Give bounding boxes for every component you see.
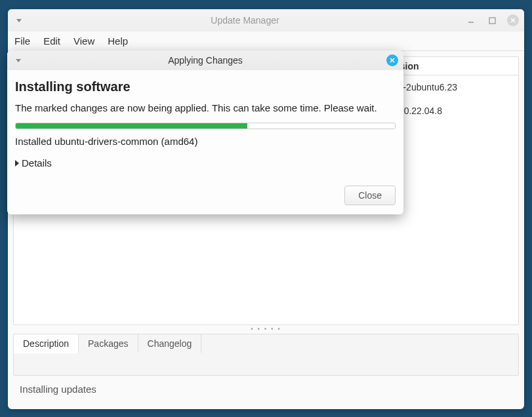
- window-menu-button[interactable]: [13, 14, 25, 26]
- dialog-titlebar: Applying Changes: [7, 50, 403, 70]
- dialog-footer: Close: [7, 186, 403, 214]
- close-button[interactable]: [507, 14, 519, 26]
- close-icon: [510, 17, 516, 24]
- close-button[interactable]: Close: [344, 186, 396, 205]
- progress-bar: [15, 123, 396, 129]
- minimize-icon: [467, 16, 475, 24]
- dialog-body: Installing software The marked changes a…: [7, 70, 403, 186]
- svg-rect-1: [489, 18, 495, 24]
- tabstrip: Description Packages Changelog: [13, 334, 519, 376]
- minimize-button[interactable]: [465, 14, 477, 26]
- menu-help[interactable]: Help: [108, 35, 128, 47]
- status-bar: Installing updates: [13, 376, 519, 399]
- dialog-title: Applying Changes: [24, 55, 386, 66]
- details-expander[interactable]: Details: [15, 157, 396, 169]
- details-label: Details: [22, 157, 52, 169]
- dialog-menu-button[interactable]: [12, 54, 24, 66]
- menu-view[interactable]: View: [73, 35, 94, 47]
- menu-edit[interactable]: Edit: [43, 35, 60, 47]
- progress-status: Installed ubuntu-drivers-common (amd64): [15, 136, 396, 147]
- expander-icon: [15, 160, 19, 167]
- close-icon: [389, 57, 396, 64]
- menu-file[interactable]: File: [14, 35, 30, 47]
- window-title: Update Manager: [25, 15, 465, 26]
- dialog-heading: Installing software: [15, 79, 396, 94]
- progress-fill: [16, 123, 247, 129]
- chevron-down-icon: [16, 59, 21, 62]
- maximize-icon: [489, 17, 496, 24]
- tab-packages[interactable]: Packages: [79, 334, 138, 353]
- menubar: File Edit View Help: [8, 31, 524, 51]
- tab-description[interactable]: Description: [14, 334, 79, 353]
- tab-changelog[interactable]: Changelog: [138, 334, 202, 353]
- dialog-description: The marked changes are now being applied…: [15, 102, 396, 113]
- titlebar: Update Manager: [8, 9, 524, 31]
- maximize-button[interactable]: [486, 14, 498, 26]
- dialog-close-button[interactable]: [386, 54, 398, 66]
- chevron-down-icon: [16, 19, 22, 22]
- resize-grip[interactable]: • • • • •: [13, 325, 519, 332]
- applying-changes-dialog: Applying Changes Installing software The…: [7, 50, 403, 214]
